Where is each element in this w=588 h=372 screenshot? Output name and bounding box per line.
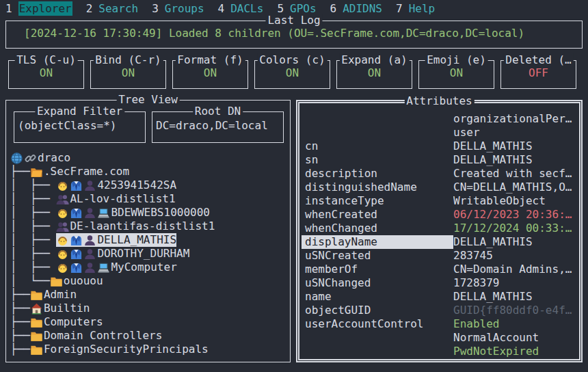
attribute-row-whenchanged[interactable]: whenChanged17/12/2024 00:33:…	[302, 222, 577, 235]
attribute-row-distinguishedname[interactable]: distinguishedNameCN=DELLA_MATHIS,O…	[302, 181, 577, 194]
menu-item-label: ADIDNS	[343, 2, 382, 15]
bust-icon	[83, 248, 97, 261]
attribute-row-usnchanged[interactable]: uSNChanged1728379	[302, 276, 577, 290]
menu-item-help[interactable]: 7Help	[396, 2, 435, 15]
attribute-row-cn[interactable]: cnDELLA_MATHIS	[302, 140, 577, 153]
attribute-row-displayname[interactable]: displayNameDELLA_MATHIS	[302, 235, 577, 249]
toggle-format-f[interactable]: Format (f)ON	[172, 60, 248, 89]
tree-node-content[interactable]: Computers	[30, 315, 103, 329]
tree-node-label: .SecFrame.com	[44, 165, 129, 178]
tree-node-computers[interactable]: ├──Computers	[10, 315, 287, 329]
tree-node-label: MyComputer	[111, 261, 176, 274]
laptop-icon	[97, 207, 111, 220]
tree-node-content[interactable]: draco	[10, 151, 70, 165]
expand-filter-input[interactable]: (objectClass=*)	[18, 119, 145, 133]
tree-node-de-laantifas-distlist1[interactable]: │ ├── DE-laantifas-distlist1	[10, 220, 287, 233]
necktie-icon	[70, 207, 83, 220]
bust-icon	[83, 179, 97, 192]
tree-node-4253941542sa[interactable]: │ ├── 4253941542SA	[10, 178, 287, 192]
tree-node-domain-controllers[interactable]: ├──Domain Controllers	[10, 329, 287, 343]
person-icon	[56, 261, 70, 274]
menu-item-groups[interactable]: 3Groups	[152, 2, 204, 15]
last-log-title: Last Log	[265, 14, 322, 27]
toggle-tls-c-u[interactable]: TLS (C-u)ON	[8, 60, 84, 89]
tree-node-draco[interactable]: draco	[10, 151, 287, 165]
menu-item-explorer[interactable]: 1Explorer	[5, 2, 72, 15]
attribute-value: Created with secf…	[453, 167, 577, 181]
tree-node-content[interactable]: ForeignSecurityPrincipals	[30, 343, 209, 356]
root-dn-box[interactable]: Root DN DC=draco,DC=local	[152, 111, 284, 143]
menu-item-number: 2	[86, 2, 93, 15]
attribute-row[interactable]: NormalAccount	[302, 331, 577, 345]
attribute-value: WritableObject	[453, 194, 577, 208]
menu-item-search[interactable]: 2Search	[86, 2, 138, 15]
attribute-value: 06/12/2023 20:36:…	[453, 208, 577, 222]
attribute-row[interactable]: organizationalPer…	[302, 112, 577, 126]
root-dn-input[interactable]: DC=draco,DC=local	[156, 119, 283, 133]
toggle-value: ON	[91, 66, 165, 80]
tree-node-mycomputer[interactable]: │ ├── MyComputer	[10, 261, 287, 274]
tree-node-ououou[interactable]: │ └──ououou	[10, 274, 287, 288]
tree-node-content[interactable]: DE-laantifas-distlist1	[56, 220, 215, 233]
attribute-value: 283745	[453, 249, 577, 263]
attribute-row-useraccountcontrol[interactable]: userAccountControlEnabled	[302, 317, 577, 331]
toggle-expand-a[interactable]: Expand (a)ON	[336, 60, 412, 89]
tree-node-label: Computers	[44, 315, 103, 329]
tree-node-admin[interactable]: ├──Admin	[10, 288, 287, 302]
tree-node-dorothy-durham[interactable]: │ ├── DOROTHY_DURHAM	[10, 247, 287, 261]
toggle-deleted[interactable]: Deleted (…OFF	[500, 60, 576, 89]
attribute-value: DELLA_MATHIS	[453, 153, 577, 167]
attribute-row-memberof[interactable]: memberOfCN=Domain Admins,…	[302, 263, 577, 276]
toggle-bind-c-r[interactable]: Bind (C-r)ON	[90, 60, 166, 89]
tree-node-content[interactable]: AL-lov-distlist1	[56, 192, 175, 206]
attribute-value: DELLA_MATHIS	[453, 140, 577, 153]
tree-node-content[interactable]: 4253941542SA	[56, 178, 176, 192]
toggle-colors-c[interactable]: Colors (c)ON	[254, 60, 330, 89]
tree-node-content[interactable]: BDEWWEBS1000000	[56, 206, 210, 220]
tree-node-content[interactable]: ououou	[50, 274, 103, 288]
attribute-row-objectguid[interactable]: objectGUIDGUID{ff80ddf0-e4f…	[302, 304, 577, 317]
attribute-name: memberOf	[302, 263, 453, 276]
toggle-value: ON	[9, 66, 83, 80]
toggle-value: ON	[173, 66, 248, 80]
attribute-row-whencreated[interactable]: whenCreated06/12/2023 20:36:…	[302, 208, 577, 222]
menu-bar: 1Explorer2Search3Groups4DACLs5GPOs6ADIDN…	[5, 2, 449, 16]
attribute-value: organizationalPer…	[453, 112, 577, 126]
attribute-name: name	[302, 290, 453, 304]
attribute-row[interactable]: PwdNotExpired	[302, 345, 577, 358]
tree-node--secframe-com[interactable]: ├──.SecFrame.com	[10, 165, 287, 178]
attribute-row[interactable]: user	[302, 126, 577, 140]
tree-node-content[interactable]: MyComputer	[56, 261, 176, 274]
tree-node-foreignsecurityprincipals[interactable]: ├──ForeignSecurityPrincipals	[10, 343, 287, 356]
tree-node-bdewwebs1000000[interactable]: │ ├── BDEWWEBS1000000	[10, 206, 287, 220]
tree-node-content[interactable]: DOROTHY_DURHAM	[56, 247, 189, 261]
attribute-name: uSNCreated	[302, 249, 453, 263]
attribute-row-description[interactable]: descriptionCreated with secf…	[302, 167, 577, 181]
tree-node-content[interactable]: DELLA_MATHIS	[56, 233, 176, 247]
expand-filter-box[interactable]: Expand Filter (objectClass=*)	[14, 111, 146, 143]
tree-node-content[interactable]: Builtin	[30, 302, 90, 315]
attribute-row-instancetype[interactable]: instanceTypeWritableObject	[302, 194, 577, 208]
menu-item-dacls[interactable]: 4DACLs	[218, 2, 264, 15]
attribute-row-name[interactable]: nameDELLA_MATHIS	[302, 290, 577, 304]
attribute-name: uSNChanged	[302, 276, 453, 290]
attribute-value: CN=Domain Admins,…	[453, 263, 577, 276]
tree-node-label: DOROTHY_DURHAM	[97, 247, 189, 261]
folder-icon	[30, 316, 44, 329]
menu-item-adidns[interactable]: 6ADIDNS	[330, 2, 382, 15]
toggle-emoji-e[interactable]: Emoji (e)ON	[418, 60, 494, 89]
house-icon	[30, 302, 44, 315]
attribute-name: instanceType	[302, 194, 453, 208]
tree-node-builtin[interactable]: ├──Builtin	[10, 302, 287, 315]
attribute-row-sn[interactable]: snDELLA_MATHIS	[302, 153, 577, 167]
menu-item-number: 4	[218, 2, 225, 15]
tree-node-content[interactable]: Domain Controllers	[30, 329, 162, 343]
attribute-row-usncreated[interactable]: uSNCreated283745	[302, 249, 577, 263]
tree-guide: │ ├──	[10, 261, 56, 274]
tree-node-al-lov-distlist1[interactable]: │ ├── AL-lov-distlist1	[10, 192, 287, 206]
last-log-box: Last Log [2024-12-16 17:30:49] Loaded 8 …	[5, 21, 583, 49]
tree-node-content[interactable]: .SecFrame.com	[30, 165, 129, 178]
tree-node-della-mathis[interactable]: │ ├── DELLA_MATHIS	[10, 233, 287, 247]
tree-node-content[interactable]: Admin	[30, 288, 77, 302]
bust-icon	[83, 261, 97, 274]
